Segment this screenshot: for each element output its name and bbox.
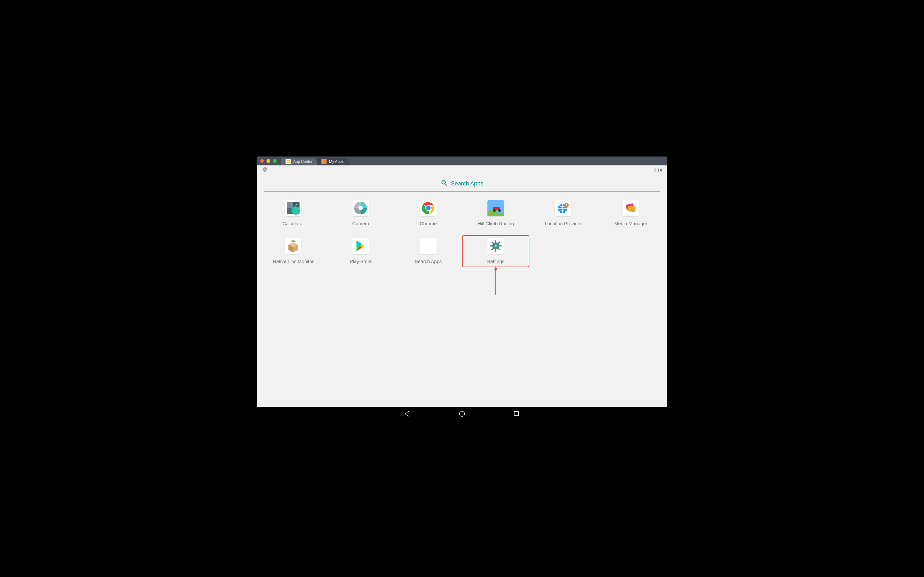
my-apps-icon	[321, 159, 326, 164]
apps-grid: −×=+ Calculator Camera Chrome Hill Climb…	[257, 192, 667, 273]
search-icon	[441, 179, 448, 188]
app-center-icon	[286, 159, 291, 164]
svg-point-23	[498, 209, 501, 212]
svg-point-53	[460, 411, 465, 417]
app-label: Settings	[487, 259, 504, 264]
tab-label: My Apps	[329, 160, 344, 164]
svg-line-38	[429, 247, 432, 250]
svg-line-6	[445, 184, 447, 186]
search-placeholder: Search Apps	[451, 181, 483, 187]
app-media-manager[interactable]: Media Manager	[597, 197, 665, 229]
close-window-button[interactable]	[260, 159, 264, 163]
svg-point-4	[264, 169, 265, 169]
app-chrome[interactable]: Chrome	[395, 197, 462, 229]
back-button[interactable]	[404, 410, 411, 417]
app-settings[interactable]: Settings	[462, 235, 529, 267]
app-location-provider[interactable]: Location Provider	[529, 197, 597, 229]
shield-icon	[262, 167, 268, 173]
clock: 3:14	[654, 168, 662, 172]
tab-app-center[interactable]: App Center	[281, 158, 320, 165]
svg-point-49	[495, 245, 497, 247]
app-play-store[interactable]: Play Store	[327, 235, 394, 267]
search-tile-icon	[420, 238, 437, 254]
app-label: Camera	[352, 221, 369, 226]
app-hill-climb-racing[interactable]: Hill Climb Racing	[462, 197, 529, 229]
svg-rect-54	[514, 411, 518, 416]
svg-rect-1	[287, 161, 289, 162]
svg-point-22	[493, 209, 496, 212]
callout-arrow-icon	[493, 266, 498, 297]
maximize-window-button[interactable]	[273, 159, 276, 163]
app-camera[interactable]: Camera	[327, 197, 394, 229]
svg-point-5	[442, 181, 445, 184]
tab-label: App Center	[293, 160, 313, 164]
media-icon	[623, 200, 639, 216]
hillclimb-icon	[487, 200, 504, 216]
app-label: Location Provider	[545, 221, 582, 226]
svg-text:=: =	[294, 208, 297, 213]
status-bar: 3:14	[257, 165, 667, 174]
svg-point-16	[358, 206, 363, 210]
home-button[interactable]	[458, 410, 466, 417]
search-container: Search Apps	[257, 174, 667, 192]
chrome-icon	[420, 200, 437, 216]
svg-rect-42	[490, 245, 492, 247]
app-label: Hill Climb Racing	[477, 221, 514, 226]
app-window: App Center My Apps 3:14 Search Apps	[257, 156, 667, 407]
app-native-libs-monitor[interactable]: Native Libs Monitor	[259, 235, 327, 267]
svg-text:+: +	[289, 208, 291, 213]
app-label: Native Libs Monitor	[273, 259, 313, 264]
svg-point-25	[566, 204, 567, 206]
globe-pin-icon	[555, 200, 571, 216]
app-label: Media Manager	[614, 221, 648, 226]
svg-text:×: ×	[296, 203, 297, 207]
svg-marker-3	[322, 161, 324, 163]
tab-my-apps[interactable]: My Apps	[317, 158, 351, 165]
search-apps-field[interactable]: Search Apps	[264, 177, 660, 192]
window-controls	[260, 159, 276, 163]
app-label: Play Store	[350, 259, 372, 264]
app-label: Calculator	[282, 221, 304, 226]
svg-rect-40	[495, 240, 497, 242]
playstore-icon	[352, 238, 369, 254]
svg-marker-52	[405, 411, 409, 417]
calculator-icon: −×=+	[285, 200, 301, 216]
tab-strip: App Center My Apps	[281, 156, 348, 165]
svg-rect-41	[495, 249, 497, 251]
box-icon	[285, 238, 301, 254]
gear-icon	[487, 238, 504, 254]
app-search-apps[interactable]: Search Apps	[395, 235, 462, 267]
svg-marker-32	[290, 240, 296, 242]
svg-rect-43	[499, 245, 501, 247]
svg-marker-51	[494, 266, 498, 270]
titlebar: App Center My Apps	[257, 156, 667, 165]
svg-text:−: −	[289, 203, 291, 207]
minimize-window-button[interactable]	[267, 159, 270, 163]
app-label: Search Apps	[415, 259, 442, 264]
android-nav-bar	[257, 407, 667, 421]
recents-button[interactable]	[513, 410, 520, 417]
app-label: Chrome	[420, 221, 437, 226]
app-calculator[interactable]: −×=+ Calculator	[259, 197, 327, 229]
camera-icon	[352, 200, 369, 216]
svg-point-37	[425, 242, 430, 247]
